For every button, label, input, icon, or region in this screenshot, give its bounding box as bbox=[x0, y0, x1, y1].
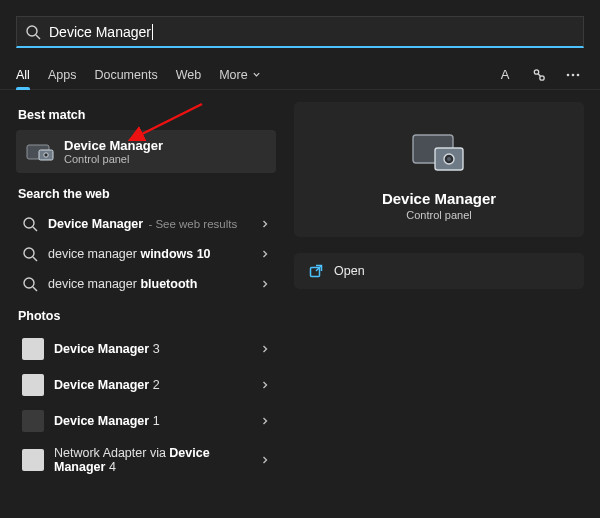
web-result-item[interactable]: device manager bluetooth bbox=[16, 269, 276, 299]
tabs-row: All Apps Documents Web More A bbox=[0, 56, 600, 90]
tab-apps[interactable]: Apps bbox=[48, 60, 77, 89]
section-best-match: Best match bbox=[18, 108, 276, 122]
svg-line-4 bbox=[538, 73, 541, 76]
web-result-item[interactable]: device manager windows 10 bbox=[16, 239, 276, 269]
photo-thumb-icon bbox=[22, 374, 44, 396]
best-match-title: Device Manager bbox=[64, 138, 163, 153]
filter-tabs: All Apps Documents Web More bbox=[16, 60, 261, 89]
open-label: Open bbox=[334, 264, 365, 278]
svg-point-6 bbox=[572, 73, 575, 76]
link-services-button[interactable] bbox=[528, 64, 550, 86]
tab-documents[interactable]: Documents bbox=[94, 60, 157, 89]
chevron-right-icon bbox=[260, 344, 270, 354]
more-options-button[interactable] bbox=[562, 64, 584, 86]
chevron-right-icon bbox=[260, 455, 270, 465]
chevron-right-icon bbox=[260, 219, 270, 229]
search-icon bbox=[22, 246, 38, 262]
search-input-value: Device Manager bbox=[49, 24, 151, 40]
search-icon bbox=[25, 24, 41, 40]
search-icon bbox=[22, 216, 38, 232]
svg-point-10 bbox=[44, 152, 48, 156]
preview-title: Device Manager bbox=[382, 190, 496, 207]
photo-result-item[interactable]: Device Manager 3 bbox=[16, 331, 276, 367]
preview-column: Device Manager Control panel Open bbox=[294, 102, 584, 502]
web-result-item[interactable]: Device Manager - See web results bbox=[16, 209, 276, 239]
open-action[interactable]: Open bbox=[294, 253, 584, 289]
section-search-web: Search the web bbox=[18, 187, 276, 201]
font-size-button[interactable]: A bbox=[494, 64, 516, 86]
svg-point-22 bbox=[447, 157, 451, 161]
tab-more[interactable]: More bbox=[219, 60, 260, 89]
preview-subtitle: Control panel bbox=[406, 209, 471, 221]
device-manager-icon bbox=[26, 142, 54, 162]
best-match-item[interactable]: Device Manager Control panel bbox=[16, 130, 276, 173]
svg-point-15 bbox=[24, 248, 34, 258]
open-external-icon bbox=[308, 263, 324, 279]
svg-point-0 bbox=[27, 26, 37, 36]
svg-point-5 bbox=[567, 73, 570, 76]
preview-panel: Device Manager Control panel bbox=[294, 102, 584, 237]
best-match-subtitle: Control panel bbox=[64, 153, 163, 165]
search-icon bbox=[22, 276, 38, 292]
chevron-down-icon bbox=[252, 70, 261, 79]
photo-result-item[interactable]: Device Manager 2 bbox=[16, 367, 276, 403]
photo-result-item[interactable]: Device Manager 1 bbox=[16, 403, 276, 439]
device-manager-large-icon bbox=[411, 130, 467, 176]
search-bar[interactable]: Device Manager bbox=[16, 16, 584, 48]
svg-line-18 bbox=[33, 287, 37, 291]
tab-all[interactable]: All bbox=[16, 60, 30, 89]
results-column: Best match Device Manager Control panel … bbox=[16, 102, 276, 502]
chevron-right-icon bbox=[260, 380, 270, 390]
photo-thumb-icon bbox=[22, 449, 44, 471]
header-right-icons: A bbox=[494, 64, 584, 86]
svg-line-14 bbox=[33, 227, 37, 231]
photo-thumb-icon bbox=[22, 338, 44, 360]
main-area: Best match Device Manager Control panel … bbox=[0, 90, 600, 518]
tab-web[interactable]: Web bbox=[176, 60, 201, 89]
photo-result-item[interactable]: Network Adapter via Device Manager 4 bbox=[16, 439, 276, 482]
chevron-right-icon bbox=[260, 279, 270, 289]
svg-point-13 bbox=[24, 218, 34, 228]
svg-point-17 bbox=[24, 278, 34, 288]
chevron-right-icon bbox=[260, 416, 270, 426]
svg-line-1 bbox=[36, 35, 40, 39]
svg-point-7 bbox=[577, 73, 580, 76]
section-photos: Photos bbox=[18, 309, 276, 323]
chevron-right-icon bbox=[260, 249, 270, 259]
svg-line-16 bbox=[33, 257, 37, 261]
photo-thumb-icon bbox=[22, 410, 44, 432]
text-caret bbox=[152, 24, 153, 40]
